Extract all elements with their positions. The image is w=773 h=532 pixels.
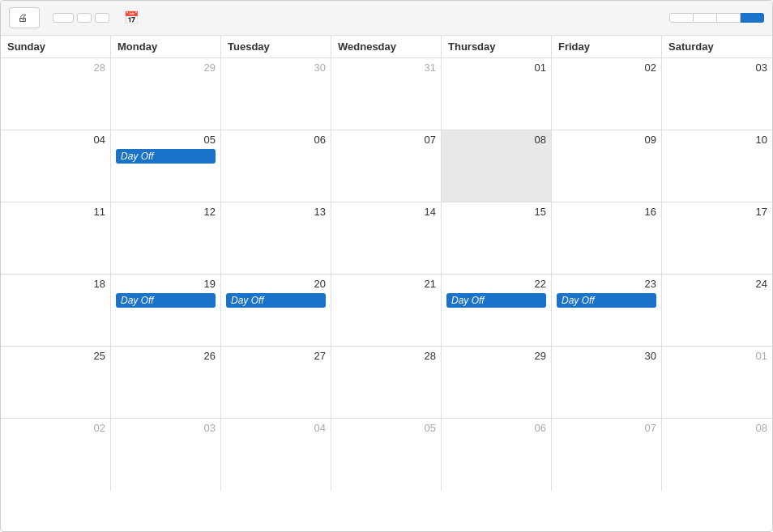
month-title-area: 📅 xyxy=(124,11,144,25)
day-cell[interactable]: 08 xyxy=(662,419,772,491)
day-number: 21 xyxy=(336,278,436,290)
header-wednesday: Wednesday xyxy=(331,36,442,57)
event-item[interactable]: Day Off xyxy=(116,293,216,308)
today-button[interactable] xyxy=(53,13,74,23)
day-cell[interactable]: 31 xyxy=(331,58,442,130)
day-number: 06 xyxy=(446,422,546,434)
day-cell[interactable]: 21 xyxy=(331,275,442,346)
day-cell[interactable]: 14 xyxy=(331,202,442,274)
day-cell[interactable]: 28 xyxy=(1,58,111,130)
day-number: 25 xyxy=(6,350,105,362)
day-cell[interactable]: 02 xyxy=(552,58,662,130)
day-cell[interactable]: 29 xyxy=(111,58,221,130)
day-number: 07 xyxy=(557,422,656,434)
day-number: 26 xyxy=(116,350,216,362)
week-row: 11121314151617 xyxy=(1,202,772,275)
day-cell[interactable]: 30 xyxy=(221,58,331,130)
day-number: 04 xyxy=(6,134,105,146)
day-cell[interactable]: 25 xyxy=(1,347,111,418)
day-cell[interactable]: 15 xyxy=(442,202,552,274)
day-cell[interactable]: 07 xyxy=(331,130,442,202)
day-number: 13 xyxy=(226,206,326,218)
day-cell[interactable]: 24 xyxy=(662,275,772,346)
day-number: 23 xyxy=(557,278,656,290)
export-pdf-button[interactable]: 🖨 xyxy=(9,7,40,28)
header-friday: Friday xyxy=(552,36,662,57)
day-headers: Sunday Monday Tuesday Wednesday Thursday… xyxy=(1,36,772,58)
day-cell[interactable]: 20Day Off xyxy=(221,275,331,346)
day-number: 28 xyxy=(336,350,436,362)
day-cell[interactable]: 02 xyxy=(1,419,111,491)
day-number: 19 xyxy=(116,278,216,290)
day-cell[interactable]: 06 xyxy=(442,419,552,491)
day-cell[interactable]: 05Day Off xyxy=(111,130,221,202)
calendar-icon: 📅 xyxy=(124,11,139,25)
day-cell[interactable]: 18 xyxy=(1,275,111,346)
day-cell[interactable]: 13 xyxy=(221,202,331,274)
calendar-grid: Sunday Monday Tuesday Wednesday Thursday… xyxy=(1,36,772,491)
day-cell[interactable]: 04 xyxy=(221,419,331,491)
view-buttons xyxy=(669,13,764,23)
day-number: 09 xyxy=(557,134,656,146)
day-cell[interactable]: 22Day Off xyxy=(442,275,552,346)
day-cell[interactable]: 03 xyxy=(111,419,221,491)
day-number: 14 xyxy=(336,206,436,218)
day-cell[interactable]: 04 xyxy=(1,130,111,202)
calendar-container: 🖨 📅 Sunday Monday Tuesday Wednesday Thur… xyxy=(0,0,773,532)
day-number: 05 xyxy=(116,134,216,146)
day-number: 10 xyxy=(667,134,767,146)
week-row: 0405Day Off0607080910 xyxy=(1,130,772,202)
day-cell[interactable]: 16 xyxy=(552,202,662,274)
day-number: 18 xyxy=(6,278,105,290)
day-number: 04 xyxy=(226,422,326,434)
week-view-button[interactable] xyxy=(717,13,741,23)
day-number: 27 xyxy=(226,350,326,362)
day-number: 01 xyxy=(667,350,767,362)
next-button[interactable] xyxy=(95,13,109,23)
toolbar: 🖨 📅 xyxy=(1,1,772,36)
day-number: 29 xyxy=(116,62,216,74)
day-number: 08 xyxy=(667,422,767,434)
day-view-button[interactable] xyxy=(694,13,717,23)
day-number: 03 xyxy=(116,422,216,434)
day-number: 08 xyxy=(446,134,546,146)
event-item[interactable]: Day Off xyxy=(226,293,326,308)
day-cell[interactable]: 01 xyxy=(442,58,552,130)
day-number: 07 xyxy=(336,134,436,146)
day-number: 16 xyxy=(557,206,656,218)
prev-button[interactable] xyxy=(77,13,92,23)
month-view-button[interactable] xyxy=(741,13,764,23)
day-cell[interactable]: 10 xyxy=(662,130,772,202)
day-cell[interactable]: 03 xyxy=(662,58,772,130)
day-cell[interactable]: 06 xyxy=(221,130,331,202)
day-cell[interactable]: 19Day Off xyxy=(111,275,221,346)
event-item[interactable]: Day Off xyxy=(446,293,546,308)
day-cell[interactable]: 11 xyxy=(1,202,111,274)
day-number: 30 xyxy=(226,62,326,74)
day-number: 31 xyxy=(336,62,436,74)
day-number: 28 xyxy=(6,62,105,74)
agenda-view-button[interactable] xyxy=(669,13,694,23)
day-cell[interactable]: 23Day Off xyxy=(552,275,662,346)
day-cell[interactable]: 30 xyxy=(552,347,662,418)
day-cell[interactable]: 17 xyxy=(662,202,772,274)
day-cell[interactable]: 01 xyxy=(662,347,772,418)
day-cell[interactable]: 08 xyxy=(442,130,552,202)
day-cell[interactable]: 29 xyxy=(442,347,552,418)
day-cell[interactable]: 28 xyxy=(331,347,442,418)
calendar-body: 282930310102030405Day Off060708091011121… xyxy=(1,58,772,491)
day-number: 11 xyxy=(6,206,105,218)
day-cell[interactable]: 07 xyxy=(552,419,662,491)
day-cell[interactable]: 05 xyxy=(331,419,442,491)
week-row: 25262728293001 xyxy=(1,347,772,419)
day-number: 02 xyxy=(6,422,105,434)
day-cell[interactable]: 27 xyxy=(221,347,331,418)
day-number: 22 xyxy=(446,278,546,290)
day-number: 29 xyxy=(446,350,546,362)
day-cell[interactable]: 26 xyxy=(111,347,221,418)
event-item[interactable]: Day Off xyxy=(116,149,216,164)
day-cell[interactable]: 09 xyxy=(552,130,662,202)
event-item[interactable]: Day Off xyxy=(557,293,656,308)
day-number: 12 xyxy=(116,206,216,218)
day-cell[interactable]: 12 xyxy=(111,202,221,274)
